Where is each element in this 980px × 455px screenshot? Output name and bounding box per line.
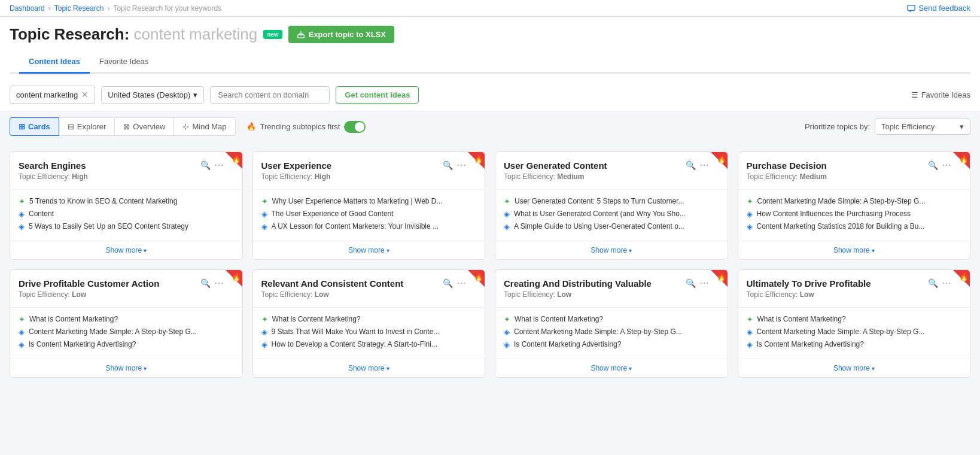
card-search-button[interactable]: 🔍 — [200, 278, 211, 288]
card-more-button[interactable]: ⋯ — [456, 277, 467, 289]
show-more-button[interactable]: Show more ▾ — [253, 359, 485, 377]
view-mindmap-button[interactable]: ⊹ Mind Map — [174, 117, 235, 136]
show-more-button[interactable]: Show more ▾ — [738, 241, 970, 259]
show-more-button[interactable]: Show more ▾ — [10, 241, 242, 259]
list-item: ◈ How to Develop a Content Strategy: A S… — [261, 340, 477, 349]
view-row: ⊞ Cards ⊟ Explorer ⊠ Overview ⊹ Mind Map… — [0, 111, 980, 142]
favorite-ideas-link[interactable]: ☰ Favorite Ideas — [911, 90, 970, 99]
chevron-down-icon: ▾ — [629, 365, 632, 372]
priority-select[interactable]: Topic Efficiency ▾ — [875, 119, 970, 135]
card-divider — [253, 189, 485, 190]
card-efficiency: Topic Efficiency: Low — [504, 290, 692, 299]
page-icon: ◈ — [19, 222, 25, 231]
show-more-label: Show more — [348, 246, 385, 254]
topic-card-user-experience: 🔥 User Experience Topic Efficiency: High… — [252, 151, 486, 260]
page-icon: ◈ — [261, 222, 267, 231]
list-item: ◈ Content Marketing Made Simple: A Step-… — [504, 327, 719, 336]
card-header: User Experience Topic Efficiency: High 🔍… — [253, 152, 485, 186]
breadcrumb-dashboard[interactable]: Dashboard — [10, 4, 45, 13]
list-item: ✦ Why User Experience Matters to Marketi… — [261, 197, 477, 206]
card-title: Purchase Decision — [747, 160, 935, 171]
card-search-button[interactable]: 🔍 — [443, 160, 453, 170]
article-icon: ✦ — [261, 315, 268, 324]
card-item-text: User Generated Content: 5 Steps to Turn … — [515, 197, 719, 205]
article-icon: ✦ — [19, 197, 25, 206]
page-icon: ◈ — [504, 340, 510, 349]
list-item: ◈ 9 Stats That Will Make You Want to Inv… — [261, 327, 477, 336]
chevron-down-icon: ▾ — [872, 365, 875, 372]
card-action-icons: 🔍 ⋯ — [200, 277, 224, 289]
card-header: User Generated Content Topic Efficiency:… — [495, 152, 728, 186]
svg-rect-0 — [908, 5, 915, 10]
show-more-button[interactable]: Show more ▾ — [495, 241, 728, 259]
article-icon: ✦ — [747, 315, 753, 324]
view-overview-button[interactable]: ⊠ Overview — [115, 117, 174, 136]
trending-toggle[interactable] — [344, 121, 366, 133]
card-more-button[interactable]: ⋯ — [214, 159, 224, 171]
card-search-button[interactable]: 🔍 — [200, 160, 211, 170]
show-more-button[interactable]: Show more ▾ — [10, 359, 242, 377]
fire-icon: 🔥 — [474, 154, 483, 163]
show-more-button[interactable]: Show more ▾ — [253, 241, 485, 259]
card-more-button[interactable]: ⋯ — [699, 277, 710, 289]
keyword-input-wrap: content marketing ✕ — [10, 86, 95, 104]
card-search-button[interactable]: 🔍 — [928, 160, 938, 170]
overview-icon: ⊠ — [123, 122, 130, 131]
article-icon: ✦ — [19, 315, 25, 324]
card-more-button[interactable]: ⋯ — [456, 159, 467, 171]
list-item: ◈ How Content Influences the Purchasing … — [747, 210, 962, 219]
card-item-text: 5 Trends to Know in SEO & Content Market… — [29, 197, 234, 205]
send-feedback-button[interactable]: Send feedback — [907, 4, 970, 13]
card-item-text: Content Marketing Made Simple: A Step-by… — [757, 197, 962, 205]
tabs-row: Content Ideas Favorite Ideas — [10, 51, 970, 74]
card-item-text: Content — [29, 210, 234, 218]
list-item: ◈ 5 Ways to Easily Set Up an SEO Content… — [19, 222, 234, 231]
card-more-button[interactable]: ⋯ — [942, 277, 952, 289]
tab-favorite-ideas[interactable]: Favorite Ideas — [90, 51, 158, 74]
show-more-label: Show more — [105, 364, 142, 372]
article-icon: ✦ — [261, 197, 268, 206]
tab-content-ideas[interactable]: Content Ideas — [19, 51, 90, 74]
country-select[interactable]: United States (Desktop) ▾ — [101, 86, 204, 104]
show-more-button[interactable]: Show more ▾ — [738, 359, 970, 377]
card-more-button[interactable]: ⋯ — [942, 159, 952, 171]
keyword-clear-button[interactable]: ✕ — [81, 90, 89, 99]
view-explorer-button[interactable]: ⊟ Explorer — [59, 117, 115, 136]
card-search-button[interactable]: 🔍 — [928, 278, 938, 288]
card-item-text: What is Content Marketing? — [29, 315, 234, 323]
card-search-button[interactable]: 🔍 — [443, 278, 453, 288]
card-more-button[interactable]: ⋯ — [214, 277, 224, 289]
page-icon: ◈ — [261, 340, 267, 349]
card-item-text: Content Marketing Made Simple: A Step-by… — [29, 327, 234, 336]
card-search-button[interactable]: 🔍 — [686, 278, 696, 288]
prioritize-wrap: Prioritize topics by: Topic Efficiency ▾ — [805, 119, 970, 135]
fire-icon: 🔥 — [717, 272, 726, 281]
card-item-text: A Simple Guide to Using User-Generated C… — [514, 222, 719, 230]
topic-card-drive-profitable: 🔥 Drive Profitable Customer Action Topic… — [10, 269, 243, 378]
explorer-icon: ⊟ — [68, 122, 74, 131]
card-title: Relevant And Consistent Content — [261, 278, 449, 289]
card-more-button[interactable]: ⋯ — [699, 159, 710, 171]
card-action-icons: 🔍 ⋯ — [928, 159, 952, 171]
keyword-value: content marketing — [16, 90, 78, 99]
page-title: Topic Research: content marketing — [10, 25, 257, 44]
card-search-button[interactable]: 🔍 — [686, 160, 696, 170]
domain-search-input[interactable] — [210, 86, 330, 104]
list-item: ✦ User Generated Content: 5 Steps to Tur… — [504, 197, 719, 206]
card-header: Search Engines Topic Efficiency: High 🔍 … — [10, 152, 242, 186]
chevron-down-icon: ▾ — [386, 247, 389, 254]
breadcrumb-topic-research[interactable]: Topic Research — [54, 4, 104, 13]
card-item-text: A UX Lesson for Content Marketers: Your … — [272, 222, 477, 230]
show-more-label: Show more — [105, 246, 142, 254]
breadcrumb-sep2: › — [107, 4, 109, 13]
get-ideas-button[interactable]: Get content ideas — [336, 86, 419, 104]
card-body: ✦ What is Content Marketing? ◈ Content M… — [10, 311, 242, 359]
card-divider — [738, 189, 970, 190]
page-icon: ◈ — [747, 222, 753, 231]
card-item-text: What is Content Marketing? — [515, 315, 719, 323]
page-header: Topic Research: content marketing new Ex… — [0, 17, 980, 78]
trending-badge: 🔥 — [711, 270, 728, 287]
export-button[interactable]: Export topic to XLSX — [288, 26, 394, 43]
show-more-button[interactable]: Show more ▾ — [495, 359, 728, 377]
view-cards-button[interactable]: ⊞ Cards — [10, 117, 59, 136]
